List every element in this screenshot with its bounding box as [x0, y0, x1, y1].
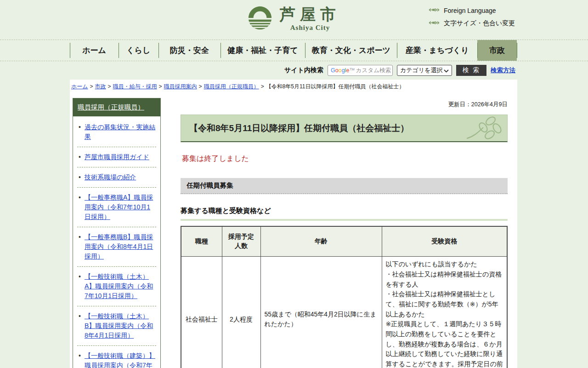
sidebar-link-tech-workplace[interactable]: 技術系職場の紹介 [85, 172, 136, 182]
breadcrumb-separator: > [261, 83, 264, 90]
nav-item-kurashi[interactable]: くらし [119, 40, 158, 61]
update-date: 更新日：2026年4月9日 [181, 101, 508, 109]
sidebar-item: 【一般事務職B】職員採用案内（令和8年4月1日採用） [77, 227, 156, 267]
page-title: 【令和8年5月11日以降採用】任期付職員（社会福祉士） [181, 115, 508, 142]
search-button[interactable]: 検 索 [456, 65, 486, 76]
chevron-down-icon [444, 67, 449, 74]
foreign-language-link[interactable]: Foreign Language [429, 7, 515, 14]
breadcrumb-link-shokuin[interactable]: 職員・給与・採用 [113, 83, 157, 90]
breadcrumb-link-seiki[interactable]: 職員採用（正規職員） [204, 83, 259, 90]
sidebar: 職員採用（正規職員） 過去の募集状況・実施結果 芦屋市職員採用ガイド 技術系職場… [73, 98, 161, 368]
nav-item-shisei[interactable]: 市政 [477, 40, 517, 61]
breadcrumb-separator: > [159, 83, 162, 90]
breadcrumb-separator: > [199, 83, 202, 90]
search-placeholder-text: カスタム検索 [356, 67, 391, 75]
site-subtitle: Ashiya City [290, 24, 330, 32]
main-content: 更新日：2026年4月9日 【令和8年5月11日以降採用】任期付職員（社会福祉士… [161, 93, 517, 368]
subsection-heading: 募集する職種と受験資格など [181, 207, 508, 221]
cell-ninzu: 2人程度 [222, 257, 260, 368]
text-size-color-label: 文字サイズ・色合い変更 [444, 19, 515, 28]
breadcrumb-separator: > [90, 83, 93, 90]
table-row: 社会福祉士 2人程度 55歳まで（昭和45年4月2日以降に生まれたかた） 以下の… [181, 257, 507, 368]
site-brand[interactable]: 芦屋市 Ashiya City [248, 6, 340, 32]
sidebar-link-past-results[interactable]: 過去の募集状況・実施結果 [85, 122, 156, 142]
nav-item-bousai[interactable]: 防災・安全 [158, 40, 220, 61]
table-header-shokushu: 職種 [181, 226, 222, 257]
sidebar-link-doboku-b[interactable]: 【一般技術職（土木）B】職員採用案内（令和8年4月1日採用） [85, 311, 156, 340]
sidebar-item: 【一般技術職（建築）】職員採用案内（令和7年10月1日採用） [77, 346, 156, 368]
site-header: 芦屋市 Ashiya City Foreign Language [0, 0, 588, 40]
section-bar: 任期付職員募集 [181, 178, 508, 194]
sidebar-link-kenchiku[interactable]: 【一般技術職（建築）】職員採用案内（令和7年10月1日採用） [85, 351, 156, 368]
content-band: ホーム>市政>職員・給与・採用>職員採用案内>職員採用（正規職員）>【令和8年5… [70, 80, 517, 368]
sidebar-item: 【一般技術職（土木）A】職員採用案内（令和7年10月1日採用） [77, 267, 156, 306]
breadcrumb-current: 【令和8年5月11日以降採用】任期付職員（社会福祉士） [266, 83, 405, 90]
cell-nenrei: 55歳まで（昭和45年4月2日以降に生まれたかた） [260, 257, 382, 368]
search-category-value: カテゴリを選択 [400, 66, 443, 75]
site-search-label: サイト内検索 [284, 66, 323, 75]
nav-item-kenko[interactable]: 健康・福祉・子育て [220, 40, 305, 61]
ornament-icon [429, 20, 440, 27]
sidebar-link-doboku-a[interactable]: 【一般技術職（土木）A】職員採用案内（令和7年10月1日採用） [85, 272, 156, 301]
flourish-ornament-icon [464, 115, 503, 143]
foreign-language-label: Foreign Language [444, 7, 496, 14]
site-title: 芦屋市 [280, 6, 340, 23]
breadcrumb-link-home[interactable]: ホーム [71, 83, 88, 90]
sidebar-item: 過去の募集状況・実施結果 [77, 117, 156, 147]
search-help-link[interactable]: 検索方法 [491, 66, 515, 75]
breadcrumb-link-shisei[interactable]: 市政 [95, 83, 106, 90]
table-header-nenrei: 年齢 [260, 226, 382, 257]
sidebar-link-jimu-a[interactable]: 【一般事務職A】職員採用案内（令和7年10月1日採用） [85, 193, 156, 222]
breadcrumb-separator: > [108, 83, 111, 90]
search-category-select[interactable]: カテゴリを選択 [397, 65, 452, 76]
site-search-input[interactable]: Google™ カスタム検索 [328, 65, 393, 76]
google-brand-placeholder: Google™ [331, 67, 355, 74]
city-logo-icon [248, 6, 272, 32]
nav-item-home[interactable]: ホーム [70, 40, 119, 61]
global-nav: ホーム くらし 防災・安全 健康・福祉・子育て 教育・文化・スポーツ 産業・まち… [0, 40, 588, 61]
recruitment-table: 職種 採用予定 人数 年齢 受験資格 社会福祉士 2人程度 55歳まで（昭和45… [181, 226, 508, 368]
table-header-shikaku: 受験資格 [382, 226, 507, 257]
table-header-ninzu: 採用予定 人数 [222, 226, 260, 257]
nav-item-sangyo[interactable]: 産業・まちづくり [397, 40, 477, 61]
text-size-color-link[interactable]: 文字サイズ・色合い変更 [429, 19, 515, 28]
sidebar-link-jimu-b[interactable]: 【一般事務職B】職員採用案内（令和8年4月1日採用） [85, 232, 156, 261]
page-title-text: 【令和8年5月11日以降採用】任期付職員（社会福祉士） [189, 123, 409, 133]
header-utility-links: Foreign Language 文字サイズ・色合い変更 [429, 7, 515, 28]
ornament-icon [429, 7, 440, 14]
cell-shikaku: 以下のいずれにも該当するかた ・社会福祉士又は精神保健福祉士の資格を有する人 ・… [382, 257, 507, 368]
cell-shokushu: 社会福祉士 [181, 257, 222, 368]
sidebar-title-link[interactable]: 職員採用（正規職員） [73, 98, 160, 116]
recruitment-closed-notice: 募集は終了しました [182, 154, 508, 164]
sidebar-item: 芦屋市職員採用ガイド [77, 147, 156, 167]
sidebar-item: 【一般技術職（土木）B】職員採用案内（令和8年4月1日採用） [77, 306, 156, 346]
site-search-row: サイト内検索 Google™ カスタム検索 カテゴリを選択 検 索 検索方法 [0, 61, 588, 80]
table-header-row: 職種 採用予定 人数 年齢 受験資格 [181, 226, 507, 257]
sidebar-item: 技術系職場の紹介 [77, 167, 156, 188]
sidebar-link-recruit-guide[interactable]: 芦屋市職員採用ガイド [85, 152, 149, 162]
breadcrumb-link-saiyo-annai[interactable]: 職員採用案内 [164, 83, 197, 90]
nav-item-kyoiku[interactable]: 教育・文化・スポーツ [305, 40, 397, 61]
breadcrumb: ホーム>市政>職員・給与・採用>職員採用案内>職員採用（正規職員）>【令和8年5… [70, 80, 517, 93]
sidebar-item: 【一般事務職A】職員採用案内（令和7年10月1日採用） [77, 188, 156, 227]
